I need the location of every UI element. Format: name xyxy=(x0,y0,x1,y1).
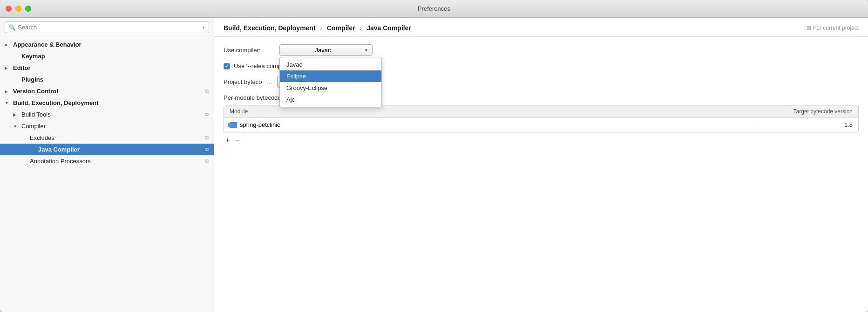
arrow-icon: ▶ xyxy=(5,89,10,94)
arrow-icon: ▶ xyxy=(5,66,10,70)
for-current-project: ⊞ For current project xyxy=(807,25,859,31)
window-controls xyxy=(6,6,31,12)
version-cell: 1.8 xyxy=(756,118,858,132)
dropdown-item-javac[interactable]: Javac xyxy=(280,59,381,70)
sidebar-item-editor[interactable]: ▶ Editor xyxy=(0,62,214,74)
compiler-dropdown-container: Javac ▾ Javac Eclipse Groovy-Eclipse Ajc xyxy=(279,44,373,56)
copy-icon: ⧉ xyxy=(205,146,209,153)
copy-icon: ⧉ xyxy=(205,88,209,94)
module-cell: spring-petclinic xyxy=(224,118,756,132)
sidebar: 🔍 ▾ ▶ Appearance & Behavior Keymap ▶ xyxy=(0,18,214,312)
bytecode-label: Project byteco xyxy=(224,78,262,85)
bytecode-truncated: … xyxy=(266,78,272,85)
sidebar-item-compiler[interactable]: ▼ Compiler xyxy=(0,120,214,132)
arrow-icon: ▼ xyxy=(5,101,10,105)
compiler-dropdown-menu: Javac Eclipse Groovy-Eclipse Ajc xyxy=(279,57,382,107)
sidebar-item-label: Annotation Processors xyxy=(30,158,91,165)
search-box[interactable]: 🔍 ▾ xyxy=(5,21,209,33)
window-title: Preferences xyxy=(418,5,450,12)
copy-icon: ⧉ xyxy=(205,158,209,164)
breadcrumb-sep2: › xyxy=(360,24,362,32)
sidebar-item-label: Excludes xyxy=(30,134,54,141)
content-body: Use compiler: Javac ▾ Javac Eclipse Groo… xyxy=(214,37,868,312)
compiler-selected-value: Javac xyxy=(285,47,361,54)
sidebar-nav: ▶ Appearance & Behavior Keymap ▶ Editor … xyxy=(0,37,214,169)
project-icon: ⊞ xyxy=(807,25,811,31)
sidebar-item-label: Keymap xyxy=(21,53,45,60)
col-version-header: Target bytecode version xyxy=(756,105,858,118)
copy-icon: ⧉ xyxy=(205,135,209,141)
sidebar-item-plugins[interactable]: Plugins xyxy=(0,74,214,85)
use-compiler-label: Use compiler: xyxy=(224,47,275,54)
sidebar-item-label: Java Compiler xyxy=(38,146,80,153)
search-input[interactable] xyxy=(18,24,201,31)
add-row-button[interactable]: + xyxy=(224,135,231,146)
breadcrumb-part3: Java Compiler xyxy=(366,24,411,32)
compiler-dropdown-button[interactable]: Javac ▾ xyxy=(279,44,373,56)
for-current-project-label: For current project xyxy=(813,25,859,31)
sidebar-item-appearance[interactable]: ▶ Appearance & Behavior xyxy=(0,39,214,50)
dropdown-item-groovy-eclipse[interactable]: Groovy-Eclipse xyxy=(280,82,381,94)
sidebar-item-annotation-processors[interactable]: Annotation Processors ⧉ xyxy=(0,155,214,167)
search-dropdown-icon[interactable]: ▾ xyxy=(203,25,205,30)
arrow-icon: ▼ xyxy=(13,124,19,129)
table-row[interactable]: spring-petclinic 1.8 xyxy=(224,118,858,132)
preferences-window: Preferences 🔍 ▾ ▶ Appearance & Behavior xyxy=(0,0,868,312)
sidebar-item-version-control[interactable]: ▶ Version Control ⧉ xyxy=(0,85,214,97)
sidebar-item-excludes[interactable]: Excludes ⧉ xyxy=(0,132,214,144)
sidebar-item-label: Version Control xyxy=(13,88,58,95)
sidebar-item-label: Compiler xyxy=(21,123,46,130)
table-header: Module Target bytecode version xyxy=(224,105,858,118)
breadcrumb-sep1: › xyxy=(320,24,322,32)
sidebar-item-java-compiler[interactable]: Java Compiler ⧉ xyxy=(0,144,214,155)
sidebar-item-label: Build, Execution, Deployment xyxy=(13,99,98,106)
sidebar-item-label: Appearance & Behavior xyxy=(13,41,81,48)
content-area: Build, Execution, Deployment › Compiler … xyxy=(214,18,868,312)
breadcrumb-part1: Build, Execution, Deployment xyxy=(224,24,316,32)
sidebar-item-build-tools[interactable]: ▶ Build Tools ⧉ xyxy=(0,109,214,120)
module-name: spring-petclinic xyxy=(240,121,280,128)
module-icon xyxy=(230,122,237,128)
dropdown-arrow-icon: ▾ xyxy=(365,48,367,53)
content-header: Build, Execution, Deployment › Compiler … xyxy=(214,18,868,37)
sidebar-item-label: Editor xyxy=(13,64,31,71)
arrow-icon: ▶ xyxy=(13,112,19,117)
main-layout: 🔍 ▾ ▶ Appearance & Behavior Keymap ▶ xyxy=(0,18,868,312)
arrow-icon: ▶ xyxy=(5,42,10,47)
sidebar-item-label: Plugins xyxy=(21,76,43,83)
checkmark-icon: ✓ xyxy=(225,64,229,69)
use-release-checkbox[interactable]: ✓ xyxy=(224,63,230,69)
breadcrumb: Build, Execution, Deployment › Compiler … xyxy=(224,24,411,32)
minimize-button[interactable] xyxy=(15,6,21,12)
copy-icon: ⧉ xyxy=(205,111,209,118)
close-button[interactable] xyxy=(6,6,12,12)
dropdown-item-ajc[interactable]: Ajc xyxy=(280,94,381,105)
sidebar-item-keymap[interactable]: Keymap xyxy=(0,50,214,62)
module-table: Module Target bytecode version spring-pe… xyxy=(224,105,859,132)
titlebar: Preferences xyxy=(0,0,868,18)
maximize-button[interactable] xyxy=(25,6,31,12)
sidebar-item-build-execution[interactable]: ▼ Build, Execution, Deployment xyxy=(0,97,214,109)
remove-row-button[interactable]: − xyxy=(233,135,241,146)
use-compiler-row: Use compiler: Javac ▾ Javac Eclipse Groo… xyxy=(224,44,859,56)
dropdown-item-eclipse[interactable]: Eclipse xyxy=(280,70,381,82)
search-icon: 🔍 xyxy=(9,24,16,31)
breadcrumb-part2: Compiler xyxy=(327,24,355,32)
table-toolbar: + − xyxy=(224,135,859,146)
sidebar-item-label: Build Tools xyxy=(21,111,51,118)
